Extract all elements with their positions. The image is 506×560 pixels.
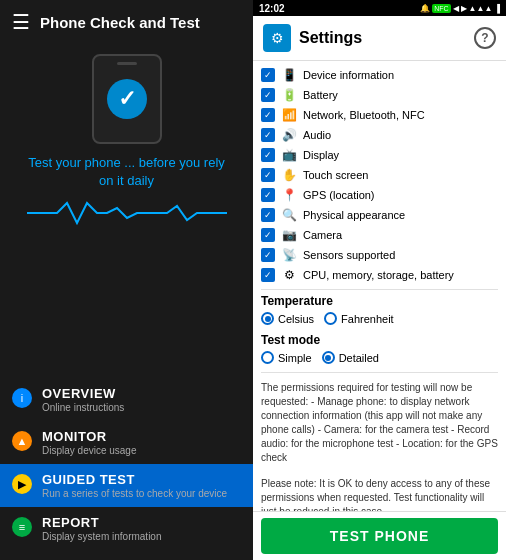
bottom-section: TEST PHONE bbox=[253, 511, 506, 560]
report-sublabel: Display system information bbox=[42, 531, 161, 542]
alarm-icon: 🔔 bbox=[420, 4, 430, 13]
hero-text: Test your phone ... before you rely on i… bbox=[20, 154, 233, 190]
temperature-radio-group: Celsius Fahrenheit bbox=[261, 310, 498, 329]
detailed-label: Detailed bbox=[339, 352, 379, 364]
display-icon: 📺 bbox=[281, 148, 297, 162]
divider-2 bbox=[261, 372, 498, 373]
setting-audio: ✓ 🔊 Audio bbox=[261, 125, 498, 145]
checkbox-cpu[interactable]: ✓ bbox=[261, 268, 275, 282]
celsius-radio[interactable] bbox=[261, 312, 274, 325]
detailed-radio[interactable] bbox=[322, 351, 335, 364]
setting-battery: ✓ 🔋 Battery bbox=[261, 85, 498, 105]
simple-radio[interactable] bbox=[261, 351, 274, 364]
nfc-badge: NFC bbox=[432, 4, 450, 13]
permissions-text: The permissions required for testing wil… bbox=[261, 377, 498, 469]
report-content: REPORT Display system information bbox=[42, 515, 161, 542]
signal-icon: ▲▲▲ bbox=[469, 4, 493, 13]
checkmark-circle: ✓ bbox=[107, 79, 147, 119]
camera-icon: 📷 bbox=[281, 228, 297, 242]
right-panel: 12:02 🔔 NFC ◀ ▶ ▲▲▲ ▐ ⚙ Settings ? ✓ 📱 D… bbox=[253, 0, 506, 560]
guided-label: GUIDED TEST bbox=[42, 472, 227, 487]
fahrenheit-label: Fahrenheit bbox=[341, 313, 394, 325]
device-info-label: Device information bbox=[303, 69, 394, 81]
test-mode-radio-group: Simple Detailed bbox=[261, 349, 498, 368]
nav-item-monitor[interactable]: ▲ MONITOR Display device usage bbox=[0, 421, 253, 464]
divider-1 bbox=[261, 289, 498, 290]
settings-content: ✓ 📱 Device information ✓ 🔋 Battery ✓ 📶 N… bbox=[253, 61, 506, 511]
guided-sublabel: Run a series of tests to check your devi… bbox=[42, 488, 227, 499]
setting-network: ✓ 📶 Network, Bluetooth, NFC bbox=[261, 105, 498, 125]
report-label: REPORT bbox=[42, 515, 161, 530]
checkbox-audio[interactable]: ✓ bbox=[261, 128, 275, 142]
physical-label: Physical appearance bbox=[303, 209, 405, 221]
battery-label: Battery bbox=[303, 89, 338, 101]
overview-label: OVERVIEW bbox=[42, 386, 124, 401]
cpu-icon: ⚙ bbox=[281, 268, 297, 282]
hero-section: ✓ Test your phone ... before you rely on… bbox=[0, 44, 253, 248]
app-title: Phone Check and Test bbox=[40, 14, 200, 31]
simple-option[interactable]: Simple bbox=[261, 351, 312, 364]
checkbox-display[interactable]: ✓ bbox=[261, 148, 275, 162]
nav-item-report[interactable]: ≡ REPORT Display system information bbox=[0, 507, 253, 550]
status-bar: 12:02 🔔 NFC ◀ ▶ ▲▲▲ ▐ bbox=[253, 0, 506, 16]
wifi-icon: ◀ bbox=[453, 4, 459, 13]
celsius-option[interactable]: Celsius bbox=[261, 312, 314, 325]
settings-icon-box: ⚙ bbox=[263, 24, 291, 52]
checkbox-gps[interactable]: ✓ bbox=[261, 188, 275, 202]
menu-icon[interactable]: ☰ bbox=[12, 10, 30, 34]
settings-title: Settings bbox=[299, 29, 466, 47]
nav-item-guided[interactable]: ▶ GUIDED TEST Run a series of tests to c… bbox=[0, 464, 253, 507]
setting-physical: ✓ 🔍 Physical appearance bbox=[261, 205, 498, 225]
setting-camera: ✓ 📷 Camera bbox=[261, 225, 498, 245]
checkbox-camera[interactable]: ✓ bbox=[261, 228, 275, 242]
nav-list: i OVERVIEW Online instructions ▲ MONITOR… bbox=[0, 248, 253, 560]
simple-label: Simple bbox=[278, 352, 312, 364]
test-phone-button[interactable]: TEST PHONE bbox=[261, 518, 498, 554]
report-icon: ≡ bbox=[12, 517, 32, 537]
overview-icon: i bbox=[12, 388, 32, 408]
guided-icon: ▶ bbox=[12, 474, 32, 494]
gps-icon: 📍 bbox=[281, 188, 297, 202]
help-button[interactable]: ? bbox=[474, 27, 496, 49]
test-mode-section-title: Test mode bbox=[261, 333, 498, 347]
audio-icon: 🔊 bbox=[281, 128, 297, 142]
camera-label: Camera bbox=[303, 229, 342, 241]
audio-label: Audio bbox=[303, 129, 331, 141]
status-time: 12:02 bbox=[259, 3, 285, 14]
checkbox-network[interactable]: ✓ bbox=[261, 108, 275, 122]
monitor-content: MONITOR Display device usage bbox=[42, 429, 137, 456]
sensors-label: Sensors supported bbox=[303, 249, 395, 261]
monitor-sublabel: Display device usage bbox=[42, 445, 137, 456]
bluetooth-icon: ▶ bbox=[461, 4, 467, 13]
monitor-icon: ▲ bbox=[12, 431, 32, 451]
setting-touch: ✓ ✋ Touch screen bbox=[261, 165, 498, 185]
fahrenheit-radio[interactable] bbox=[324, 312, 337, 325]
checkbox-touch[interactable]: ✓ bbox=[261, 168, 275, 182]
checkbox-device-info[interactable]: ✓ bbox=[261, 68, 275, 82]
detailed-option[interactable]: Detailed bbox=[322, 351, 379, 364]
setting-display: ✓ 📺 Display bbox=[261, 145, 498, 165]
status-icons: 🔔 NFC ◀ ▶ ▲▲▲ ▐ bbox=[420, 4, 500, 13]
left-panel: ☰ Phone Check and Test ✓ Test your phone… bbox=[0, 0, 253, 560]
battery-icon: ▐ bbox=[494, 4, 500, 13]
physical-icon: 🔍 bbox=[281, 208, 297, 222]
display-label: Display bbox=[303, 149, 339, 161]
touch-label: Touch screen bbox=[303, 169, 368, 181]
checkbox-physical[interactable]: ✓ bbox=[261, 208, 275, 222]
nav-item-overview[interactable]: i OVERVIEW Online instructions bbox=[0, 378, 253, 421]
touch-icon: ✋ bbox=[281, 168, 297, 182]
monitor-label: MONITOR bbox=[42, 429, 137, 444]
network-label: Network, Bluetooth, NFC bbox=[303, 109, 425, 121]
settings-header: ⚙ Settings ? bbox=[253, 16, 506, 61]
cpu-label: CPU, memory, storage, battery bbox=[303, 269, 454, 281]
network-icon: 📶 bbox=[281, 108, 297, 122]
phone-graphic: ✓ bbox=[92, 54, 162, 144]
checkbox-battery[interactable]: ✓ bbox=[261, 88, 275, 102]
checkbox-sensors[interactable]: ✓ bbox=[261, 248, 275, 262]
celsius-label: Celsius bbox=[278, 313, 314, 325]
settings-gear-icon: ⚙ bbox=[271, 30, 284, 46]
left-header: ☰ Phone Check and Test bbox=[0, 0, 253, 44]
setting-sensors: ✓ 📡 Sensors supported bbox=[261, 245, 498, 265]
guided-content: GUIDED TEST Run a series of tests to che… bbox=[42, 472, 227, 499]
fahrenheit-option[interactable]: Fahrenheit bbox=[324, 312, 394, 325]
